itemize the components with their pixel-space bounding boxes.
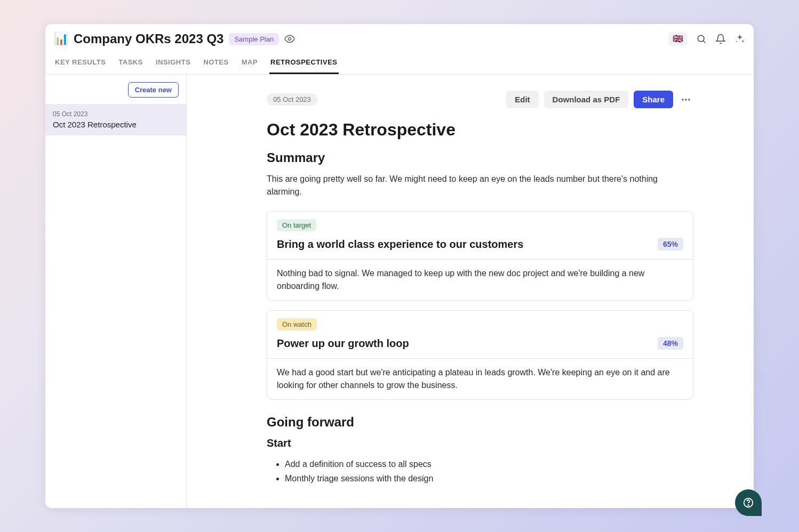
visibility-icon[interactable] xyxy=(284,34,295,44)
content-area: 05 Oct 2023 Edit Download as PDF Share O… xyxy=(187,75,754,508)
svg-point-3 xyxy=(682,99,684,100)
app-window: 📊 Company OKRs 2023 Q3 Sample Plan 🇬🇧 KE… xyxy=(45,24,754,508)
plan-title: Company OKRs 2023 Q3 xyxy=(74,31,223,46)
status-badge: On watch xyxy=(277,318,317,331)
sidebar-retro-date: 05 Oct 2023 xyxy=(53,110,179,118)
okr-card: On watch Power up our growth loop 48% We… xyxy=(267,310,693,400)
svg-point-0 xyxy=(289,38,291,41)
tab-notes[interactable]: NOTES xyxy=(202,52,229,74)
summary-text: This are going pretty well so far. We mi… xyxy=(267,173,693,198)
okr-percent-badge: 48% xyxy=(658,337,683,350)
going-forward-heading: Going forward xyxy=(267,415,693,430)
bell-icon[interactable] xyxy=(715,34,726,44)
tab-retrospectives[interactable]: RETROSPECTIVES xyxy=(269,52,338,74)
tab-bar: KEY RESULTS TASKS INSIGHTS NOTES MAP RET… xyxy=(45,52,754,75)
download-pdf-button[interactable]: Download as PDF xyxy=(544,91,629,108)
actions-row: 05 Oct 2023 Edit Download as PDF Share xyxy=(267,91,693,108)
tab-key-results[interactable]: KEY RESULTS xyxy=(54,52,107,74)
share-button[interactable]: Share xyxy=(634,91,673,108)
tab-insights[interactable]: INSIGHTS xyxy=(155,52,191,74)
sparkle-icon[interactable] xyxy=(734,34,745,44)
list-item: Add a definition of success to all specs xyxy=(285,457,693,471)
topbar: 📊 Company OKRs 2023 Q3 Sample Plan 🇬🇧 xyxy=(45,24,754,52)
sidebar: Create new 05 Oct 2023 Oct 2023 Retrospe… xyxy=(45,75,187,508)
retro-title: Oct 2023 Retrospective xyxy=(267,120,693,140)
retro-date-pill: 05 Oct 2023 xyxy=(267,93,317,106)
okr-card-body: Nothing bad to signal. We managed to kee… xyxy=(267,259,693,300)
summary-heading: Summary xyxy=(267,150,693,165)
main-area: Create new 05 Oct 2023 Oct 2023 Retrospe… xyxy=(45,75,754,508)
edit-button[interactable]: Edit xyxy=(506,91,538,108)
okr-card-title: Bring a world class experience to our cu… xyxy=(277,238,651,251)
tab-map[interactable]: MAP xyxy=(241,52,259,74)
language-flag[interactable]: 🇬🇧 xyxy=(668,32,688,46)
svg-line-2 xyxy=(704,41,706,43)
more-menu-icon[interactable] xyxy=(678,92,693,107)
list-item: Monthly triage sessions with the design xyxy=(285,471,693,486)
okr-percent-badge: 65% xyxy=(658,238,683,251)
plan-icon: 📊 xyxy=(54,33,68,45)
start-heading: Start xyxy=(267,437,693,449)
start-list: Add a definition of success to all specs… xyxy=(267,457,693,486)
svg-point-1 xyxy=(698,35,704,42)
okr-card-title: Power up our growth loop xyxy=(277,337,651,350)
tab-tasks[interactable]: TASKS xyxy=(117,52,144,74)
okr-card: On target Bring a world class experience… xyxy=(267,211,693,301)
svg-point-4 xyxy=(685,99,686,100)
okr-card-body: We had a good start but we're anticipati… xyxy=(267,358,693,399)
search-icon[interactable] xyxy=(696,34,707,44)
svg-point-5 xyxy=(688,99,690,100)
sample-plan-badge: Sample Plan xyxy=(229,33,279,45)
help-chat-button[interactable] xyxy=(735,489,762,516)
status-badge: On target xyxy=(277,219,316,231)
sidebar-retro-title: Oct 2023 Retrospective xyxy=(53,120,179,129)
svg-point-7 xyxy=(748,505,748,505)
topbar-actions: 🇬🇧 xyxy=(668,32,745,46)
sidebar-retro-item[interactable]: 05 Oct 2023 Oct 2023 Retrospective xyxy=(45,104,186,135)
create-new-button[interactable]: Create new xyxy=(128,82,179,98)
